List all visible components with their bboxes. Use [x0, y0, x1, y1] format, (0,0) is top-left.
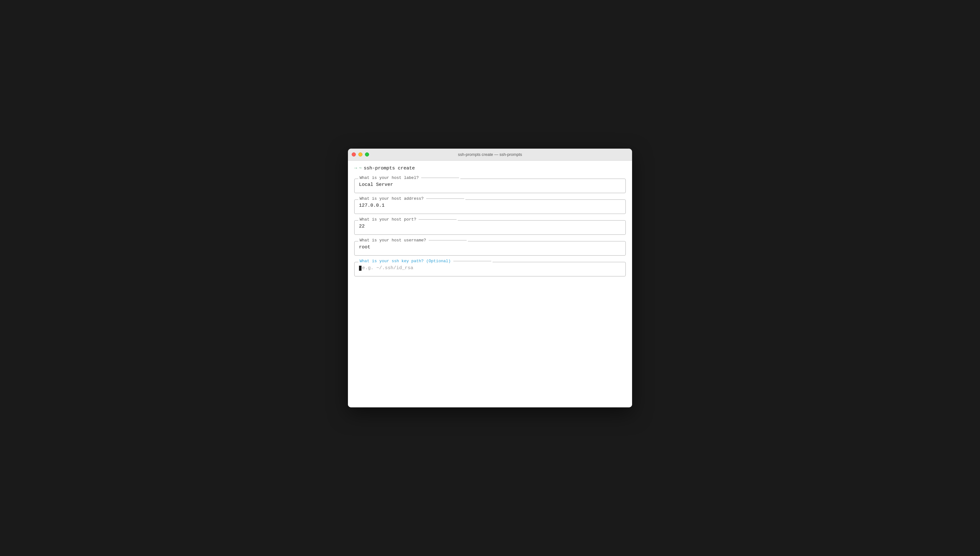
field-value-host-label[interactable]: Local Server [355, 179, 625, 193]
form-group-ssh-key-path: What is your ssh key path? (Optional)e.g… [354, 262, 626, 276]
form-group-host-username: What is your host username?root [354, 241, 626, 255]
form-group-host-address: What is your host address?127.0.0.1 [354, 199, 626, 214]
text-cursor [359, 266, 361, 271]
fieldset-ssh-key-path: What is your ssh key path? (Optional)e.g… [354, 262, 626, 276]
legend-line-ssh-key-path [454, 261, 491, 261]
window-title: ssh-prompts create — ssh-prompts [458, 152, 522, 157]
legend-host-address: What is your host address? [358, 196, 465, 201]
prompt-arrow-icon: → [354, 166, 357, 171]
field-value-host-username[interactable]: root [355, 241, 625, 255]
traffic-lights [352, 152, 369, 157]
legend-text-host-label: What is your host label? [360, 175, 419, 180]
legend-line-host-port [419, 219, 457, 220]
prompt-tilde: ~ [359, 166, 362, 171]
legend-line-host-label [421, 178, 459, 178]
terminal-window: ssh-prompts create — ssh-prompts → ~ ssh… [348, 149, 632, 407]
legend-host-label: What is your host label? [358, 175, 460, 180]
form-group-host-label: What is your host label?Local Server [354, 179, 626, 193]
legend-line-host-address [426, 199, 464, 199]
field-value-ssh-key-path[interactable]: e.g. ~/.ssh/id_rsa [355, 262, 625, 276]
fieldset-host-username: What is your host username?root [354, 241, 626, 255]
legend-host-username: What is your host username? [358, 238, 468, 242]
legend-ssh-key-path: What is your ssh key path? (Optional) [358, 259, 492, 263]
form-group-host-port: What is your host port?22 [354, 220, 626, 235]
legend-host-port: What is your host port? [358, 217, 458, 222]
field-value-host-port[interactable]: 22 [355, 221, 625, 234]
legend-text-host-port: What is your host port? [360, 217, 416, 222]
minimize-button[interactable] [358, 152, 363, 157]
legend-text-host-username: What is your host username? [360, 238, 426, 242]
command-text: ssh-prompts create [364, 166, 415, 171]
legend-line-host-username [429, 240, 467, 241]
field-value-host-address[interactable]: 127.0.0.1 [355, 200, 625, 213]
legend-text-host-address: What is your host address? [360, 196, 424, 201]
legend-text-ssh-key-path: What is your ssh key path? (Optional) [360, 259, 451, 263]
titlebar: ssh-prompts create — ssh-prompts [348, 149, 632, 161]
command-line: → ~ ssh-prompts create [354, 166, 626, 171]
close-button[interactable] [352, 152, 356, 157]
form-fields: What is your host label?Local ServerWhat… [354, 179, 626, 276]
terminal-body: → ~ ssh-prompts create What is your host… [348, 161, 632, 407]
fieldset-host-port: What is your host port?22 [354, 220, 626, 235]
fieldset-host-address: What is your host address?127.0.0.1 [354, 199, 626, 214]
fieldset-host-label: What is your host label?Local Server [354, 179, 626, 193]
placeholder-ssh-key-path: e.g. ~/.ssh/id_rsa [362, 265, 413, 271]
maximize-button[interactable] [365, 152, 369, 157]
